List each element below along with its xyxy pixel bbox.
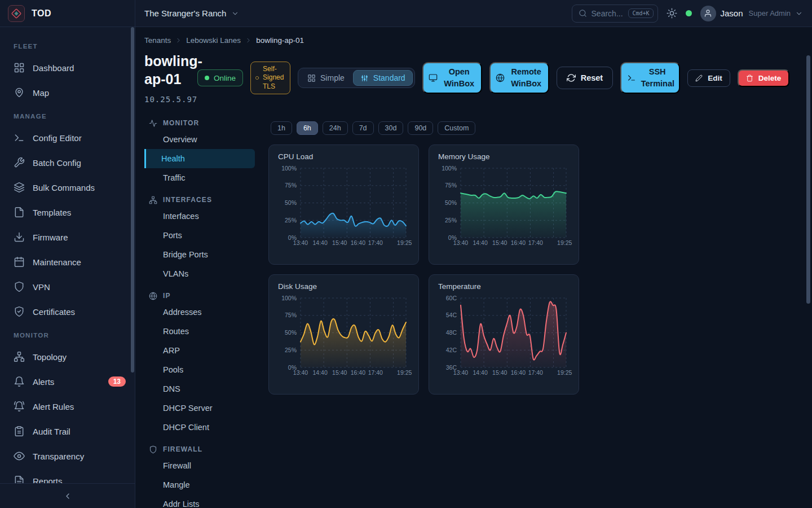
sidebar-item-config-editor[interactable]: Config Editor [0,125,135,150]
remote-winbox-button[interactable]: Remote WinBox [489,62,549,94]
sidebar-item-batch-config[interactable]: Batch Config [0,150,135,175]
tenant-selector[interactable]: The Stranger's Ranch [144,8,239,18]
time-range-7d[interactable]: 7d [352,121,374,135]
alerts-count-badge: 13 [108,376,126,387]
sidebar-item-map[interactable]: Map [0,80,135,105]
sidebar-item-label: Map [33,88,49,98]
mode-standard-segment[interactable]: Standard [353,70,413,86]
time-range-24h[interactable]: 24h [323,121,348,135]
device-header: bowling-ap-01 10.25.5.97 Online Self-Sig… [144,52,812,104]
sidebar-item-transparency[interactable]: Transparency [0,444,135,468]
subnav-item-dns[interactable]: DNS [144,379,255,398]
subnav-item-addr-lists[interactable]: Addr Lists [144,494,255,508]
network-icon [149,196,157,204]
bell-icon [14,376,25,387]
breadcrumb-device: bowling-ap-01 [256,36,304,45]
search-input[interactable]: Search... Cmd+K [572,5,658,23]
subnav-item-dhcp-client[interactable]: DHCP Client [144,418,255,437]
subnav-item-overview[interactable]: Overview [144,130,255,149]
sidebar-header: TOD [0,0,135,27]
sidebar-item-maintenance[interactable]: Maintenance [0,249,135,274]
ssh-terminal-button[interactable]: SSH Terminal [620,62,680,94]
breadcrumb-tenant-name[interactable]: Lebowski Lanes [186,36,241,45]
sidebar-item-label: Alert Rules [33,402,74,411]
subnav-item-firewall[interactable]: Firewall [144,456,255,475]
time-range-1h[interactable]: 1h [271,121,292,135]
device-actions: Online Self-Signed TLS Simple Standard O… [197,62,789,95]
time-range-custom[interactable]: Custom [438,121,475,135]
sidebar-item-templates[interactable]: Templates [0,200,135,225]
breadcrumb-tenants[interactable]: Tenants [144,36,171,45]
chart-card-temperature: Temperature 60C54C48C42C36C13:4014:4015:… [429,274,579,395]
shield-icon [149,445,157,454]
sidebar-item-certificates[interactable]: Certificates [0,299,135,324]
sidebar-scrollbar[interactable] [131,27,134,373]
svg-text:14:40: 14:40 [473,239,487,246]
sidebar-item-alerts[interactable]: Alerts13 [0,369,135,394]
svg-text:25%: 25% [445,217,457,224]
subnav-item-routes[interactable]: Routes [144,322,255,341]
user-menu[interactable]: Jason Super Admin [700,6,803,21]
subnav-item-bridge-ports[interactable]: Bridge Ports [144,245,255,264]
subnav-item-pools[interactable]: Pools [144,360,255,379]
subnav-item-dhcp-server[interactable]: DHCP Server [144,398,255,418]
theme-toggle-sun-icon[interactable] [667,8,677,19]
svg-text:15:40: 15:40 [492,239,507,246]
subnav-item-interfaces[interactable]: Interfaces [144,207,255,226]
time-range-30d[interactable]: 30d [378,121,404,135]
subnav-item-addresses[interactable]: Addresses [144,303,255,322]
sidebar-item-label: Alerts [33,377,54,387]
svg-text:17:40: 17:40 [368,239,383,246]
svg-text:25%: 25% [285,347,297,353]
sidebar-item-topology[interactable]: Topology [0,344,135,369]
subnav-item-traffic[interactable]: Traffic [144,168,255,187]
subnav-item-vlans[interactable]: VLANs [144,264,255,283]
sidebar-item-label: Maintenance [33,257,81,267]
sidebar-section-label-manage: MANAGE [0,105,135,125]
terminal-icon [14,132,25,143]
sidebar-item-dashboard[interactable]: Dashboard [0,55,135,80]
sidebar-item-alert-rules[interactable]: Alert Rules [0,394,135,419]
sidebar-item-audit-trail[interactable]: Audit Trail [0,419,135,444]
chevron-right-icon [175,37,182,44]
svg-text:13:40: 13:40 [453,369,468,376]
subnav-item-arp[interactable]: ARP [144,341,255,360]
activity-icon [149,119,157,128]
sidebar-item-reports[interactable]: Reports [0,468,135,483]
svg-text:50%: 50% [445,199,457,206]
svg-text:75%: 75% [285,312,297,318]
svg-text:14:40: 14:40 [473,369,487,376]
eye-icon [14,450,25,462]
subnav-item-mangle[interactable]: Mangle [144,475,255,494]
sidebar-item-vpn[interactable]: VPN [0,274,135,299]
mode-simple-segment[interactable]: Simple [300,70,352,86]
sidebar-sections: FLEETDashboardMapMANAGEConfig EditorBatc… [0,27,135,483]
download-icon [14,231,25,243]
svg-text:14:40: 14:40 [312,239,327,246]
edit-button[interactable]: Edit [687,69,730,87]
reset-button[interactable]: Reset [557,67,614,89]
svg-text:54C: 54C [446,312,457,318]
main-content: Tenants Lebowski Lanes bowling-ap-01 bow… [135,27,812,508]
subnav-group-label: IP [163,292,171,300]
bell-ring-icon [14,401,25,412]
time-range-6h[interactable]: 6h [297,121,318,135]
subnav-item-ports[interactable]: Ports [144,226,255,245]
sidebar-item-firmware[interactable]: Firmware [0,225,135,249]
chevron-down-icon [231,10,239,17]
time-range-90d[interactable]: 90d [408,121,433,135]
open-winbox-button[interactable]: Open WinBox [422,62,482,94]
terminal-icon [627,73,636,82]
subnav-item-health[interactable]: Health [144,149,255,168]
delete-button[interactable]: Delete [738,69,790,87]
content-scrollbar[interactable] [806,55,810,304]
sidebar-collapse-button[interactable] [0,483,135,508]
svg-text:16:40: 16:40 [351,239,365,246]
edit-label: Edit [708,74,722,82]
circle-icon [255,76,259,80]
user-icon [704,9,712,17]
sidebar-item-bulk-commands[interactable]: Bulk Commands [0,175,135,200]
device-ip: 10.25.5.97 [144,95,197,104]
charts-panel: 1h6h24h7d30d90dCustom CPU Load 100%75%50… [255,110,812,508]
sidebar-item-label: VPN [33,282,50,292]
